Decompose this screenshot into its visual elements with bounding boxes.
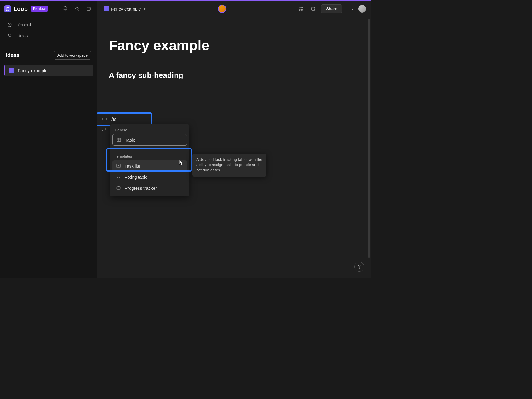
account-avatar[interactable] — [358, 5, 366, 13]
drag-handle-icon[interactable]: ⋮⋮ — [100, 117, 109, 122]
menu-item-task-list[interactable]: Task list — [112, 160, 187, 171]
menu-item-progress-tracker[interactable]: Progress tracker — [112, 182, 187, 194]
text-caret — [148, 116, 148, 122]
nav-ideas-label: Ideas — [16, 33, 28, 39]
slash-command-text[interactable]: /ta — [111, 117, 146, 122]
menu-item-task-list-label: Task list — [125, 163, 140, 168]
document-tab[interactable]: Fancy example ▾ — [102, 5, 147, 13]
svg-point-4 — [299, 9, 301, 11]
menu-heading-templates: Templates — [110, 151, 189, 160]
svg-point-3 — [301, 7, 303, 8]
comment-icon[interactable] — [101, 127, 107, 132]
search-icon[interactable] — [73, 4, 81, 13]
sidebar-page-item[interactable]: Fancy example — [4, 65, 93, 76]
app-name: Loop — [13, 6, 28, 12]
svg-point-2 — [299, 7, 301, 8]
document-title: Fancy example — [111, 6, 141, 11]
slash-command-menu: General Table Templates Task list Voting… — [110, 124, 189, 196]
presence-avatar[interactable] — [218, 5, 226, 13]
svg-point-0 — [76, 7, 78, 10]
menu-heading-general: General — [110, 124, 189, 134]
nav-recent-label: Recent — [16, 22, 31, 27]
share-button[interactable]: Share — [321, 4, 342, 13]
tasklist-icon — [116, 163, 121, 168]
svg-rect-1 — [87, 7, 90, 11]
menu-item-voting-table-label: Voting table — [125, 175, 147, 180]
nav-ideas[interactable]: Ideas — [0, 30, 97, 41]
more-icon[interactable]: ··· — [346, 4, 355, 13]
bulb-icon — [7, 33, 12, 39]
help-button[interactable]: ? — [354, 262, 364, 272]
clock-icon — [7, 22, 12, 27]
page-subheading[interactable]: A fancy sub-heading — [109, 71, 356, 80]
table-icon — [116, 137, 121, 142]
panel-toggle-icon[interactable] — [84, 4, 93, 13]
preview-badge: Preview — [31, 6, 48, 12]
menu-item-progress-tracker-label: Progress tracker — [125, 186, 157, 191]
sidebar-page-label: Fancy example — [18, 68, 48, 73]
page-icon — [9, 68, 14, 73]
sidebar: Recent Ideas Ideas Add to workspace Fanc… — [0, 17, 97, 278]
editor-canvas[interactable]: Fancy example A fancy sub-heading ⋮⋮ /ta… — [97, 17, 371, 278]
component-icon[interactable] — [309, 4, 318, 13]
menu-item-table[interactable]: Table — [112, 134, 187, 146]
titlebar-left: Loop Preview — [0, 1, 97, 17]
svg-rect-6 — [312, 7, 315, 11]
svg-point-5 — [301, 9, 303, 11]
menu-item-voting-table[interactable]: Voting table — [112, 171, 187, 182]
document-icon — [104, 6, 109, 11]
loop-logo-icon — [4, 5, 11, 12]
app-logo: Loop — [4, 5, 28, 12]
vote-icon — [116, 174, 121, 180]
progress-icon — [116, 185, 121, 191]
add-to-workspace-button[interactable]: Add to workspace — [54, 51, 91, 60]
sidebar-section-title: Ideas — [6, 52, 19, 58]
notifications-icon[interactable] — [61, 4, 70, 13]
chevron-down-icon: ▾ — [144, 7, 146, 11]
nav-recent[interactable]: Recent — [0, 19, 97, 30]
apps-icon[interactable] — [296, 4, 305, 13]
scrollbar[interactable] — [368, 19, 370, 258]
titlebar-right: Fancy example ▾ Share ··· — [97, 1, 371, 17]
page-title[interactable]: Fancy example — [109, 37, 356, 53]
menu-item-tooltip: A detailed task tracking table, with the… — [192, 154, 266, 177]
menu-item-table-label: Table — [125, 137, 135, 142]
